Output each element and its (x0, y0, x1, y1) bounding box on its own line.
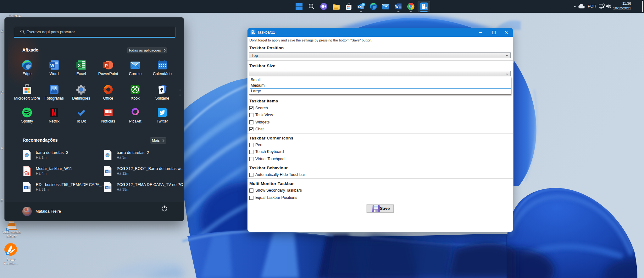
svg-text:W: W (105, 170, 108, 173)
svg-text:W: W (25, 186, 27, 189)
svg-text:PDF: PDF (25, 173, 29, 175)
svg-text:W: W (105, 186, 108, 189)
svg-text:P: P (105, 63, 108, 68)
svg-text:X: X (78, 63, 80, 68)
svg-text:W: W (50, 63, 54, 68)
